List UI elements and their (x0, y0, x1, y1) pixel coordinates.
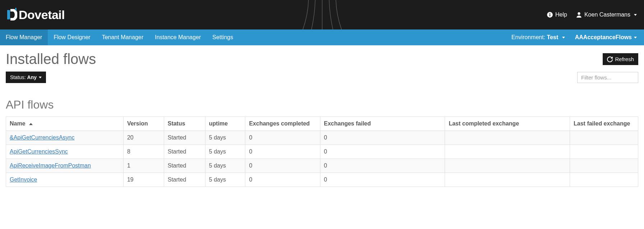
nav-label: Flow Manager (6, 34, 42, 41)
main-nav-right: Environment: Test AAAcceptanceFlows (511, 29, 637, 45)
flow-link[interactable]: GetInvoice (10, 177, 37, 183)
col-header-label: Exchanges failed (324, 120, 371, 127)
nav-label: Instance Manager (155, 34, 201, 41)
cell-status: Started (164, 159, 205, 173)
flow-link[interactable]: ApiGetCurrenciesSync (10, 148, 68, 155)
chevron-down-icon (634, 14, 637, 16)
nav-item-tenant-manager[interactable]: Tenant Manager (96, 29, 149, 45)
status-filter[interactable]: Status: Any (6, 72, 46, 83)
cell-version: 1 (123, 159, 164, 173)
refresh-icon (607, 56, 613, 62)
svg-rect-0 (7, 10, 10, 19)
main-nav: Flow Manager Flow Designer Tenant Manage… (0, 29, 644, 45)
col-header-label: uptime (209, 120, 228, 127)
chevron-down-icon (39, 77, 42, 78)
page-title: Installed flows (6, 51, 96, 67)
cell-last-completed-exchange (445, 159, 570, 173)
cell-last-completed-exchange (445, 173, 570, 187)
cell-name: &ApiGetCurrenciesAsync (6, 131, 124, 145)
cell-name: GetInvoice (6, 173, 124, 187)
col-header-label: Status (168, 120, 185, 127)
status-filter-value: Any (27, 74, 37, 80)
page-header-row: Installed flows Refresh (6, 51, 638, 70)
table-row: ApiReceiveImageFromPostman1Started5 days… (6, 159, 638, 173)
table-row: &ApiGetCurrenciesAsync20Started5 days00 (6, 131, 638, 145)
user-name: Koen Castermans (584, 12, 630, 18)
help-label: Help (555, 12, 567, 18)
col-header-label: Exchanges completed (249, 120, 310, 127)
nav-label: Settings (212, 34, 233, 41)
svg-point-5 (578, 12, 580, 15)
brand-logo-mark (7, 8, 17, 22)
refresh-button[interactable]: Refresh (603, 53, 638, 65)
environment-label: Environment: (511, 34, 545, 40)
table-row: ApiGetCurrenciesSync8Started5 days00 (6, 145, 638, 159)
col-header-last-completed-exchange[interactable]: Last completed exchange (445, 117, 570, 131)
nav-item-settings[interactable]: Settings (207, 29, 239, 45)
main-nav-left: Flow Manager Flow Designer Tenant Manage… (0, 29, 239, 45)
svg-rect-1 (15, 8, 17, 10)
nav-item-instance-manager[interactable]: Instance Manager (149, 29, 207, 45)
environment-value: Test (547, 34, 559, 40)
status-filter-label: Status: (10, 74, 26, 80)
flows-table: Name Version Status uptime Exchanges com… (6, 116, 638, 187)
user-icon (576, 12, 582, 18)
svg-rect-4 (550, 13, 550, 14)
cell-last-failed-exchange (570, 145, 638, 159)
cell-status: Started (164, 131, 205, 145)
col-header-name[interactable]: Name (6, 117, 124, 131)
cell-exchanges-completed: 0 (245, 145, 320, 159)
help-link[interactable]: Help (547, 12, 567, 18)
chevron-down-icon (634, 37, 637, 38)
nav-item-flow-manager[interactable]: Flow Manager (0, 29, 48, 45)
cell-exchanges-completed: 0 (245, 159, 320, 173)
page-content: Installed flows Refresh Status: Any API … (0, 45, 644, 198)
cell-last-completed-exchange (445, 145, 570, 159)
cell-last-failed-exchange (570, 159, 638, 173)
col-header-last-failed-exchange[interactable]: Last failed exchange (570, 117, 638, 131)
svg-rect-3 (550, 14, 550, 17)
tenant-selector[interactable]: AAAcceptanceFlows (575, 34, 637, 41)
header-decoration (268, 0, 376, 29)
col-header-version[interactable]: Version (123, 117, 164, 131)
topbar-right: Help Koen Castermans (547, 12, 637, 18)
cell-version: 19 (123, 173, 164, 187)
cell-last-failed-exchange (570, 131, 638, 145)
cell-name: ApiGetCurrenciesSync (6, 145, 124, 159)
topbar: Dovetail Help Koen Castermans (0, 0, 644, 29)
flow-link[interactable]: ApiReceiveImageFromPostman (10, 162, 91, 169)
cell-exchanges-completed: 0 (245, 173, 320, 187)
col-header-exchanges-failed[interactable]: Exchanges failed (320, 117, 445, 131)
cell-status: Started (164, 145, 205, 159)
col-header-label: Version (127, 120, 148, 127)
nav-item-flow-designer[interactable]: Flow Designer (48, 29, 96, 45)
cell-exchanges-failed: 0 (320, 131, 445, 145)
environment-selector[interactable]: Environment: Test (511, 34, 565, 41)
cell-last-failed-exchange (570, 173, 638, 187)
refresh-label: Refresh (615, 56, 634, 62)
info-icon (547, 12, 553, 18)
brand-logo[interactable]: Dovetail (7, 8, 65, 22)
sort-asc-icon (29, 123, 33, 125)
cell-exchanges-failed: 0 (320, 173, 445, 187)
user-menu[interactable]: Koen Castermans (576, 12, 637, 18)
col-header-exchanges-completed[interactable]: Exchanges completed (245, 117, 320, 131)
chevron-down-icon (562, 37, 565, 38)
col-header-label: Last failed exchange (574, 120, 630, 127)
cell-status: Started (164, 173, 205, 187)
cell-uptime: 5 days (205, 159, 245, 173)
cell-version: 8 (123, 145, 164, 159)
cell-version: 20 (123, 131, 164, 145)
flow-link[interactable]: &ApiGetCurrenciesAsync (10, 134, 75, 141)
cell-uptime: 5 days (205, 173, 245, 187)
col-header-uptime[interactable]: uptime (205, 117, 245, 131)
col-header-label: Last completed exchange (449, 120, 519, 127)
cell-exchanges-failed: 0 (320, 159, 445, 173)
section-title: API flows (6, 98, 638, 111)
cell-exchanges-completed: 0 (245, 131, 320, 145)
nav-label: Flow Designer (54, 34, 90, 41)
col-header-status[interactable]: Status (164, 117, 205, 131)
filter-flows-input[interactable] (577, 72, 638, 83)
col-header-label: Name (10, 120, 26, 127)
tenant-name: AAAcceptanceFlows (575, 34, 632, 41)
